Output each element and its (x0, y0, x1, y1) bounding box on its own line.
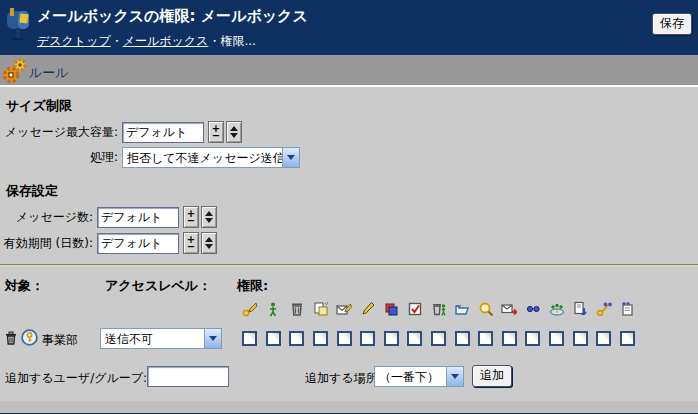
arrow-down-icon (205, 218, 213, 223)
permission-checkbox[interactable] (478, 331, 493, 346)
permission-checkboxes (238, 328, 639, 348)
stepper-button[interactable] (201, 232, 217, 254)
checkbox-cell (403, 328, 427, 348)
plus-minus-button[interactable]: + − (208, 121, 224, 143)
message-count-label: メッセージ数: (0, 209, 97, 226)
access-level-header: アクセスレベル： (105, 277, 211, 295)
permission-entry-row: 事業部 送信不可 (0, 325, 698, 355)
permission-checkbox[interactable] (313, 331, 328, 346)
minus-glyph: − (212, 132, 220, 139)
message-count-row: メッセージ数: + − (0, 206, 698, 228)
breadcrumb-link[interactable]: デスクトップ (37, 34, 111, 48)
permission-checkbox[interactable] (266, 331, 281, 346)
permission-checkbox[interactable] (502, 331, 517, 346)
section-size-limit-heading: サイズ制限 (6, 97, 698, 115)
delete-entry-trash-icon[interactable] (5, 331, 17, 348)
edit-pencil-icon (356, 299, 380, 319)
export-doc-icon (568, 299, 592, 319)
checkbox-cell (262, 328, 286, 348)
access-level-value: 送信不可 (101, 329, 204, 348)
checkbox-cell (521, 328, 545, 348)
dropdown-arrow-icon (282, 148, 299, 167)
permission-checkbox[interactable] (573, 331, 588, 346)
permission-checkbox[interactable] (384, 331, 399, 346)
add-place-value: （一番下） (375, 367, 446, 386)
permissions-header-row: 対象： アクセスレベル： 権限: (0, 275, 698, 297)
permission-checkbox[interactable] (431, 331, 446, 346)
list-doc-icon (616, 299, 640, 319)
view-glasses-icon (521, 299, 545, 319)
action-select-value: 拒否して不達メッセージ送信 (123, 148, 282, 167)
add-user-label: 追加するユーザ/グループ: (5, 370, 147, 387)
approve-check-icon (403, 299, 427, 319)
valid-period-row: 有効期間 (日数): + − (0, 232, 698, 254)
checkbox-cell (616, 328, 640, 348)
message-count-input[interactable] (97, 207, 179, 228)
folder-open-icon (450, 299, 474, 319)
tab-rules[interactable]: ルール (29, 64, 69, 82)
permission-checkbox[interactable] (407, 331, 422, 346)
page-header: メールボックスの権限: メールボックス デスクトップ・メールボックス・権限...… (0, 0, 698, 55)
breadcrumb-separator: ・権限... (208, 34, 255, 48)
permission-checkbox[interactable] (455, 331, 470, 346)
arrow-up-icon (230, 126, 238, 131)
permission-checkbox[interactable] (242, 331, 257, 346)
checkbox-cell (285, 328, 309, 348)
checkbox-cell (238, 328, 262, 348)
max-size-input[interactable] (122, 122, 204, 143)
breadcrumb: デスクトップ・メールボックス・権限... (37, 33, 256, 50)
keyholder-group-icon (21, 329, 38, 349)
permission-checkbox[interactable] (337, 331, 352, 346)
person-icon (262, 299, 286, 319)
checkbox-cell (356, 328, 380, 348)
dropdown-arrow-icon (446, 367, 463, 386)
stepper-button[interactable] (201, 206, 217, 228)
page-title: メールボックスの権限: メールボックス (37, 7, 308, 26)
permission-checkbox[interactable] (620, 331, 635, 346)
permission-checkbox[interactable] (525, 331, 540, 346)
permission-checkbox[interactable] (549, 331, 564, 346)
permission-checkbox[interactable] (289, 331, 304, 346)
entry-name: 事業部 (42, 332, 78, 349)
copy-note-icon (309, 299, 333, 319)
stepper-button[interactable] (226, 121, 242, 143)
checkbox-cell (332, 328, 356, 348)
permission-checkbox[interactable] (360, 331, 375, 346)
checkbox-cell (380, 328, 404, 348)
checkbox-cell (427, 328, 451, 348)
mailbox-icon (4, 5, 34, 44)
permission-checkbox[interactable] (596, 331, 611, 346)
mail-edit-icon (332, 299, 356, 319)
plus-minus-button[interactable]: + − (183, 206, 199, 228)
breadcrumb-separator: ・ (111, 34, 123, 48)
valid-period-input[interactable] (97, 233, 179, 254)
minus-glyph: − (187, 217, 195, 224)
checkbox-cell (568, 328, 592, 348)
checkbox-cell (592, 328, 616, 348)
checkbox-cell (450, 328, 474, 348)
minus-glyph: − (187, 243, 195, 250)
arrow-up-icon (205, 211, 213, 216)
add-place-select[interactable]: （一番下） (374, 366, 464, 387)
add-place-label: 追加する場所: (305, 370, 382, 387)
action-select[interactable]: 拒否して不達メッセージ送信 (122, 147, 300, 168)
section-divider (0, 264, 698, 267)
add-user-input[interactable] (147, 366, 229, 387)
checkbox-cell (545, 328, 569, 348)
breadcrumb-link[interactable]: メールボックス (123, 34, 209, 48)
arrow-down-icon (230, 133, 238, 138)
footer-strip (0, 401, 698, 413)
move-squares-icon (380, 299, 404, 319)
permission-icons-row (238, 299, 698, 319)
max-size-label: メッセージ最大容量: (0, 124, 122, 141)
access-level-select[interactable]: 送信不可 (100, 328, 222, 349)
dropdown-arrow-icon (204, 329, 221, 348)
add-button[interactable]: 追加 (472, 365, 512, 387)
save-button-top[interactable]: 保存 (652, 13, 692, 35)
delete-trash-icon (285, 299, 309, 319)
plus-minus-button[interactable]: + − (183, 232, 199, 254)
checkbox-cell (309, 328, 333, 348)
valid-period-label: 有効期間 (日数): (0, 235, 97, 252)
tab-bar: ルール (0, 55, 698, 87)
action-row: 処理: 拒否して不達メッセージ送信 (0, 147, 698, 168)
